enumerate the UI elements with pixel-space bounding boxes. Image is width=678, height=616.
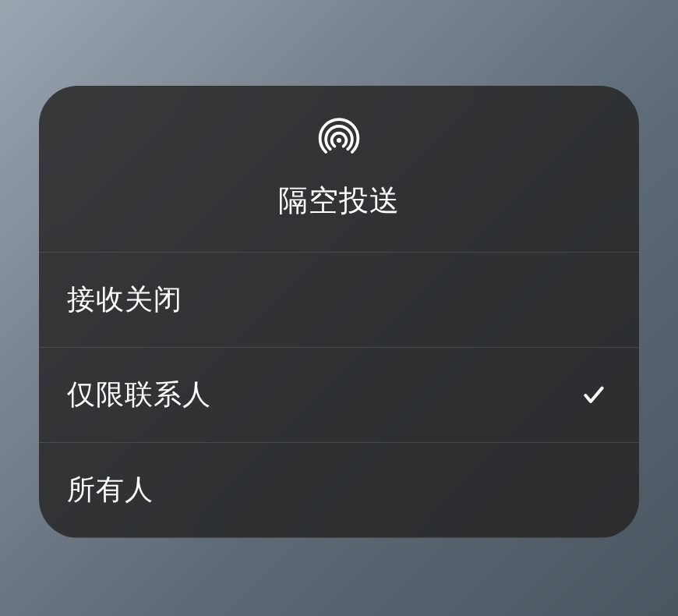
option-label: 所有人 [67, 471, 154, 509]
option-everyone[interactable]: 所有人 [39, 443, 639, 538]
checkmark-icon [580, 381, 608, 409]
panel-title: 隔空投送 [278, 181, 400, 221]
airdrop-icon [316, 117, 362, 164]
svg-point-0 [337, 138, 341, 143]
option-label: 接收关闭 [67, 281, 182, 319]
option-label: 仅限联系人 [67, 376, 211, 414]
option-contacts-only[interactable]: 仅限联系人 [39, 348, 639, 443]
option-receiving-off[interactable]: 接收关闭 [39, 253, 639, 348]
panel-header: 隔空投送 [39, 86, 639, 253]
airdrop-settings-panel: 隔空投送 接收关闭 仅限联系人 所有人 [39, 86, 639, 538]
